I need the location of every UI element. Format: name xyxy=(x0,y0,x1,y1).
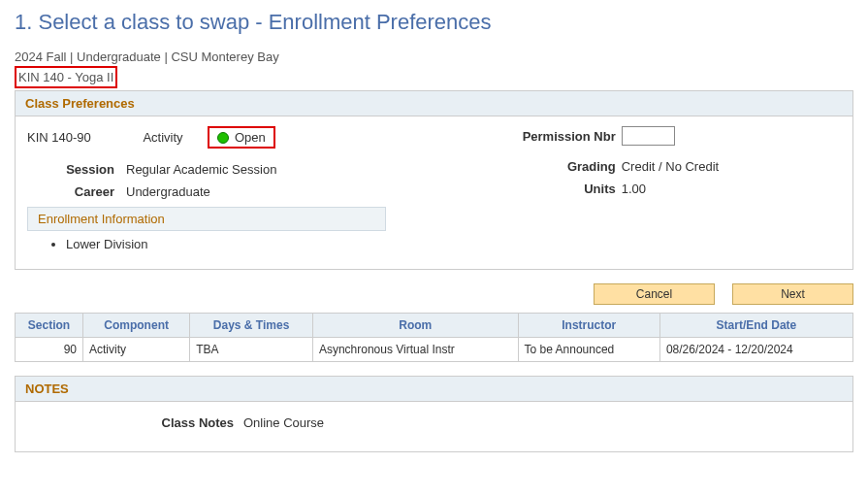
status-open: Open xyxy=(208,126,275,149)
class-preferences-header: Class Preferences xyxy=(16,91,852,116)
next-button[interactable]: Next xyxy=(732,283,853,305)
session-label: Session xyxy=(27,162,114,177)
cell-days-times: TBA xyxy=(190,338,313,362)
notes-panel: NOTES Class Notes Online Course xyxy=(15,376,853,452)
cell-start-end: 08/26/2024 - 12/20/2024 xyxy=(659,338,852,362)
career-label: Career xyxy=(27,184,114,199)
permission-label: Permission Nbr xyxy=(480,129,616,144)
col-component: Component xyxy=(83,314,190,338)
activity-label: Activity xyxy=(124,130,202,145)
schedule-table: Section Component Days & Times Room Inst… xyxy=(15,313,853,362)
enrollment-info-header: Enrollment Information xyxy=(27,207,386,231)
notes-header: NOTES xyxy=(16,377,852,402)
page-title: 1. Select a class to swap - Enrollment P… xyxy=(15,10,853,35)
class-preferences-panel: Class Preferences KIN 140-90 Activity Op… xyxy=(15,90,853,270)
career-value: Undergraduate xyxy=(126,184,210,199)
cell-room: Asynchronous Virtual Instr xyxy=(312,338,518,362)
action-buttons: Cancel Next xyxy=(15,283,853,305)
units-value: 1.00 xyxy=(622,182,646,196)
cancel-button[interactable]: Cancel xyxy=(594,283,715,305)
cell-component: Activity xyxy=(83,338,190,362)
table-row: 90 Activity TBA Asynchronous Virtual Ins… xyxy=(16,338,853,362)
col-room: Room xyxy=(312,314,518,338)
session-value: Regular Academic Session xyxy=(126,162,276,177)
status-open-text: Open xyxy=(235,130,266,145)
status-open-icon xyxy=(217,132,229,144)
permission-nbr-input[interactable] xyxy=(622,126,675,146)
section-code: KIN 140-90 xyxy=(27,130,124,145)
col-days-times: Days & Times xyxy=(190,314,313,338)
col-section: Section xyxy=(16,314,83,338)
col-start-end: Start/End Date xyxy=(659,314,852,338)
enrollment-bullet: Lower Division xyxy=(66,237,461,251)
col-instructor: Instructor xyxy=(518,314,659,338)
context-line: 2024 Fall | Undergraduate | CSU Monterey… xyxy=(15,50,853,64)
units-label: Units xyxy=(480,182,616,196)
grading-label: Grading xyxy=(480,159,616,174)
course-code: KIN 140 - Yoga II xyxy=(15,66,117,88)
grading-value: Credit / No Credit xyxy=(622,159,719,174)
cell-section: 90 xyxy=(16,338,83,362)
cell-instructor: To be Announced xyxy=(518,338,659,362)
class-notes-value: Online Course xyxy=(243,415,324,430)
class-notes-label: Class Notes xyxy=(25,415,234,430)
